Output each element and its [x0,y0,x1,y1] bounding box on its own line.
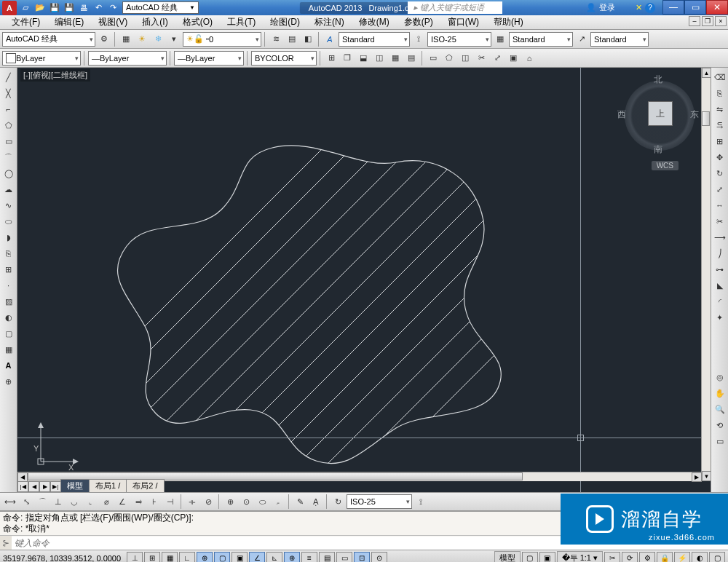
tab-prev-icon[interactable]: ◀ [28,481,39,492]
scroll-up-icon[interactable]: ▲ [702,68,711,78]
mdi-restore[interactable]: ❐ [702,16,713,26]
quickview-drawings-icon[interactable]: ▣ [539,552,555,563]
am-toggle[interactable]: ⊙ [371,552,387,563]
menu-file[interactable]: 文件(F) [4,15,47,30]
annoscale-button[interactable]: �투 1:1 ▾ [557,551,603,562]
menu-dimension[interactable]: 标注(N) [307,15,352,30]
tablestyle-combo[interactable]: Standard [509,32,573,47]
fillet-icon[interactable]: ◜ [712,293,728,309]
qp-toggle[interactable]: ▭ [336,552,352,563]
layer-lock-icon[interactable]: ▾ [167,32,181,47]
annovis-toggle[interactable]: ✂ [604,552,620,563]
viewcube-top[interactable]: 上 [648,101,673,126]
scroll-down-icon[interactable]: ▼ [702,471,711,481]
xline-icon[interactable]: ╳ [1,85,17,101]
sc-toggle[interactable]: ⊡ [354,552,370,563]
textstyle-combo[interactable]: Standard [339,32,410,47]
menu-modify[interactable]: 修改(M) [352,15,397,30]
save-icon[interactable]: 💾 [48,1,61,15]
ortho-toggle[interactable]: ∟ [179,552,195,563]
dim-baseline-icon[interactable]: ⊦ [147,494,162,509]
table-icon[interactable]: ▦ [1,341,17,357]
hatch-icon[interactable]: ▨ [1,293,17,309]
coordinate-display[interactable]: 35197.9678, 10339.3512, 0.0000 [3,554,125,563]
infocenter-search[interactable]: ▸ 键入关键字或短语 [408,1,502,14]
scroll-thumb-v[interactable] [702,111,710,126]
stretch-icon[interactable]: ↔ [712,197,728,213]
viewcube-east[interactable]: 东 [690,108,699,121]
workspace-combo[interactable]: AutoCAD 经典 [2,32,95,47]
hardware-accel-icon[interactable]: ⚡ [674,552,690,563]
mleaderstyle-icon[interactable]: ↗ [574,32,589,47]
menu-view[interactable]: 视图(V) [91,15,135,30]
dim-aligned-icon[interactable]: ⤡ [19,494,33,509]
modelspace-button[interactable]: 模型 [494,551,521,562]
workspace-switcher[interactable]: AutoCAD 经典 ▼ [122,1,199,14]
minimize-button[interactable]: — [662,0,684,15]
app-logo[interactable]: A [2,1,17,15]
viewcube-south[interactable]: 南 [654,143,662,156]
layer-freeze-icon[interactable]: ❄ [151,32,165,47]
orbit-icon[interactable]: ⟲ [712,417,728,433]
rectangle-icon[interactable]: ▭ [1,133,17,149]
dim-arc-icon[interactable]: ⌒ [35,494,50,509]
dim-style-combo[interactable]: ISO-25 [347,494,412,509]
dim-linear-icon[interactable]: ⟷ [3,494,17,509]
dimstyle-icon[interactable]: ⟟ [411,32,426,47]
color-combo[interactable]: ByLayer [2,51,81,66]
navwheel-icon[interactable]: ◎ [712,369,728,385]
refclose-icon[interactable]: ⌂ [522,51,537,66]
refedit-icon[interactable]: ▣ [506,51,521,66]
gradient-icon[interactable]: ◐ [1,309,17,325]
dim-ordinate-icon[interactable]: ⊥ [51,494,66,509]
ucs-icon[interactable]: Y X [33,418,84,470]
block-icon[interactable]: ⊞ [1,261,17,277]
ws-switch-icon[interactable]: ⚙ [639,552,655,563]
tpy-toggle[interactable]: ▤ [319,552,335,563]
tab-layout2[interactable]: 布局2 / [126,479,164,492]
window-switch-icon[interactable]: ▤ [404,51,419,66]
viewport-scale-icon[interactable]: ⤢ [490,51,505,66]
pan-icon[interactable]: ✋ [712,385,728,401]
mirror-icon[interactable]: ⇋ [712,101,728,117]
grid-toggle[interactable]: ▦ [162,552,178,563]
joggedlinear-icon[interactable]: ⦧ [271,494,285,509]
layer-combo[interactable]: ☀🔓 ▫ 0 [183,32,261,47]
mdi-minimize[interactable]: – [689,16,700,26]
dyn-toggle[interactable]: ⊕ [284,552,300,563]
command-handle-icon[interactable]: ⊱ [0,536,12,550]
linetype-combo[interactable]: — ByLayer [88,51,167,66]
quickview-layouts-icon[interactable]: ▢ [522,552,538,563]
drawing-canvas[interactable]: [-][俯视][二维线框] [17,68,711,492]
offset-icon[interactable]: ⥹ [712,117,728,133]
layer-state-icon[interactable]: ☀ [135,32,149,47]
window-arrange-icon[interactable]: ▦ [388,51,403,66]
rotate-icon[interactable]: ↻ [712,165,728,181]
window-cascade-icon[interactable]: ❐ [340,51,355,66]
redo-icon[interactable]: ↷ [106,1,119,15]
trim-icon[interactable]: ✂ [712,213,728,229]
viewport-single-icon[interactable]: ▭ [426,51,440,66]
snap-toggle[interactable]: ⊞ [144,552,160,563]
mdi-close[interactable]: × [715,16,727,26]
circle-icon[interactable]: ◯ [1,165,17,181]
viewcube-west[interactable]: 西 [617,108,626,121]
undo-icon[interactable]: ↶ [92,1,105,15]
layerprev-icon[interactable]: ◧ [301,32,315,47]
maximize-button[interactable]: ▭ [684,0,706,15]
showmotion-icon[interactable]: ▭ [712,433,728,449]
cleanscreen-icon[interactable]: ▢ [709,552,725,563]
move-icon[interactable]: ✥ [712,149,728,165]
viewport-poly-icon[interactable]: ⬠ [442,51,456,66]
ellipsearc-icon[interactable]: ◗ [1,229,17,245]
arc-icon[interactable]: ⌒ [1,149,17,165]
window-horiz-icon[interactable]: ⬓ [356,51,371,66]
copy-icon[interactable]: ⎘ [712,85,728,101]
dim-jogged-icon[interactable]: ⦦ [83,494,98,509]
layermatch-icon[interactable]: ▤ [285,32,299,47]
menu-window[interactable]: 窗口(W) [440,15,486,30]
open-icon[interactable]: 📂 [33,1,47,15]
menu-insert[interactable]: 插入(I) [135,15,175,30]
dim-quick-icon[interactable]: ⥤ [131,494,146,509]
isolate-icon[interactable]: ◐ [692,552,708,563]
